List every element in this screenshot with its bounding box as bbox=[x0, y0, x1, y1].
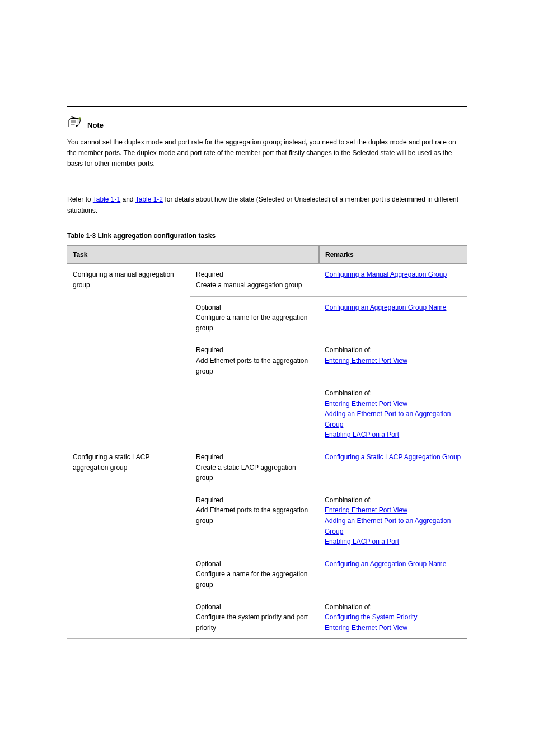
note-block: Note You cannot set the duplex mode and … bbox=[67, 106, 467, 181]
text: Refer to bbox=[67, 195, 93, 203]
divider bbox=[67, 181, 467, 181]
task-subtask bbox=[190, 382, 319, 446]
task-remarks: Configuring a Manual Aggregation Group bbox=[319, 264, 467, 296]
note-icon bbox=[67, 116, 84, 129]
link[interactable]: Enabling LACP on a Port bbox=[325, 431, 399, 438]
task-subtask: RequiredAdd Ethernet ports to the aggreg… bbox=[190, 339, 319, 382]
link[interactable]: Enabling LACP on a Port bbox=[325, 538, 399, 545]
link-table-1-2[interactable]: Table 1-2 bbox=[135, 195, 163, 203]
divider bbox=[67, 106, 467, 107]
link-table-1-1[interactable]: Table 1-1 bbox=[93, 195, 120, 203]
link[interactable]: Adding an Ethernet Port to an Aggregatio… bbox=[325, 517, 451, 535]
text: Combination of: bbox=[325, 389, 372, 397]
task-group-label: Configuring a static LACP aggregation gr… bbox=[67, 446, 190, 639]
link[interactable]: Adding an Ethernet Port to an Aggregatio… bbox=[325, 410, 451, 428]
task-subtask: RequiredAdd Ethernet ports to the aggreg… bbox=[190, 489, 319, 553]
note-body: You cannot set the duplex mode and port … bbox=[67, 137, 467, 170]
task-subtask: OptionalConfigure the system priority an… bbox=[190, 596, 319, 639]
link[interactable]: Configuring the System Priority bbox=[325, 613, 417, 621]
task-group-label: Configuring a manual aggregation group bbox=[67, 264, 190, 446]
lead-paragraph: Refer to Table 1-1 and Table 1-2 for det… bbox=[67, 194, 467, 217]
note-label: Note bbox=[87, 121, 104, 129]
link[interactable]: Entering Ethernet Port View bbox=[325, 400, 407, 408]
table-caption: Table 1-3 Link aggregation configuration… bbox=[67, 232, 467, 240]
link[interactable]: Entering Ethernet Port View bbox=[325, 624, 407, 632]
text: Combination of: bbox=[325, 603, 372, 611]
col-task: Task bbox=[67, 246, 319, 264]
task-remarks: Configuring an Aggregation Group Name bbox=[319, 553, 467, 596]
text: and bbox=[120, 195, 135, 203]
task-subtask: OptionalConfigure a name for the aggrega… bbox=[190, 296, 319, 339]
table-row: Configuring a manual aggregation group R… bbox=[67, 264, 467, 296]
task-remarks: Combination of: Entering Ethernet Port V… bbox=[319, 489, 467, 553]
task-subtask: RequiredCreate a manual aggregation grou… bbox=[190, 264, 319, 296]
task-remarks: Configuring a Static LACP Aggregation Gr… bbox=[319, 446, 467, 489]
link[interactable]: Configuring a Manual Aggregation Group bbox=[325, 270, 447, 278]
task-remarks: Combination of: Configuring the System P… bbox=[319, 596, 467, 639]
text: Combination of: bbox=[325, 346, 372, 354]
task-subtask: RequiredCreate a static LACP aggregation… bbox=[190, 446, 319, 489]
link[interactable]: Entering Ethernet Port View bbox=[325, 506, 407, 514]
link[interactable]: Configuring an Aggregation Group Name bbox=[325, 560, 446, 568]
link[interactable]: Configuring an Aggregation Group Name bbox=[325, 304, 446, 311]
link[interactable]: Configuring a Static LACP Aggregation Gr… bbox=[325, 453, 461, 461]
link[interactable]: Entering Ethernet Port View bbox=[325, 357, 407, 365]
note-header: Note bbox=[67, 116, 467, 129]
text: Combination of: bbox=[325, 496, 372, 504]
config-tasks-table: Task Remarks Configuring a manual aggreg… bbox=[67, 245, 467, 639]
task-remarks: Combination of: Entering Ethernet Port V… bbox=[319, 382, 467, 446]
table-row: Configuring a static LACP aggregation gr… bbox=[67, 446, 467, 489]
task-subtask: OptionalConfigure a name for the aggrega… bbox=[190, 553, 319, 596]
table-header-row: Task Remarks bbox=[67, 246, 467, 264]
task-remarks: Combination of: Entering Ethernet Port V… bbox=[319, 339, 467, 382]
task-remarks: Configuring an Aggregation Group Name bbox=[319, 296, 467, 339]
col-remarks: Remarks bbox=[319, 246, 467, 264]
svg-point-0 bbox=[78, 117, 81, 120]
